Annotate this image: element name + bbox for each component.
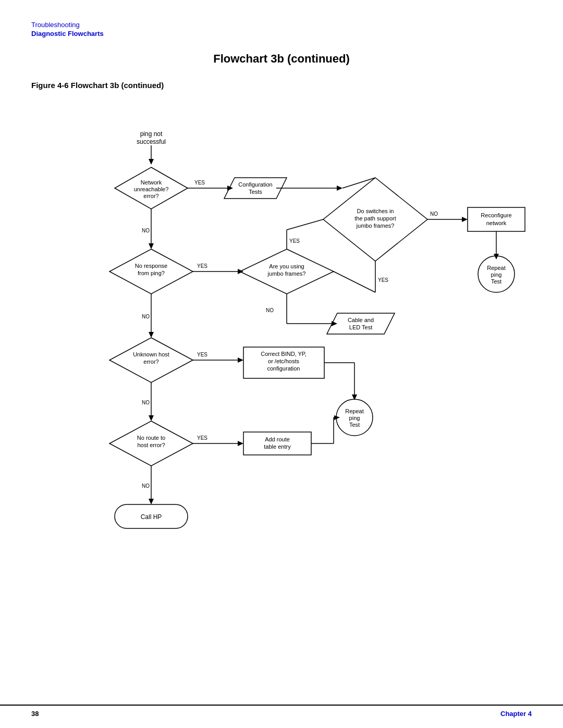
no-label-no-response: NO xyxy=(142,314,150,319)
page-title: Flowchart 3b (continued) xyxy=(213,52,350,66)
call-hp-label: Call HP xyxy=(141,513,162,521)
ping-not-successful-label: ping not xyxy=(140,130,163,138)
svg-marker-31 xyxy=(149,332,154,338)
yes-label-are-you: YES xyxy=(289,238,300,244)
network-unreachable-label: Network xyxy=(141,179,162,186)
svg-line-23 xyxy=(287,219,323,230)
footer-chapter: Chapter 4 xyxy=(500,710,532,718)
svg-marker-1 xyxy=(149,159,154,165)
no-response-label2: from ping? xyxy=(138,270,165,276)
svg-marker-41 xyxy=(149,415,154,421)
svg-marker-34 xyxy=(238,357,243,363)
cable-led-label2: LED Test xyxy=(349,324,372,330)
yes-label-no-route: YES xyxy=(197,435,207,441)
repeat-ping-2-label3: Test xyxy=(349,422,360,428)
are-you-using-label: Are you using xyxy=(269,263,304,269)
ping-not-successful-label2: successful xyxy=(137,138,166,145)
svg-marker-49 xyxy=(334,415,340,420)
cable-led-label: Cable and xyxy=(348,317,374,323)
reconfigure-label2: network xyxy=(486,220,507,226)
no-label-do-switches: NO xyxy=(430,211,438,217)
svg-marker-44 xyxy=(238,441,243,446)
no-label-network: NO xyxy=(142,228,150,233)
yes-label-1: YES xyxy=(194,180,205,186)
config-tests-label: Configuration xyxy=(238,181,272,188)
correct-bind-label: Correct BIND, YP, xyxy=(261,351,307,357)
yes-label-no-response: YES xyxy=(197,263,207,269)
config-tests-label2: Tests xyxy=(249,189,262,195)
no-route-label2: host error? xyxy=(137,442,165,448)
no-response-label: No response xyxy=(135,263,167,269)
svg-rect-12 xyxy=(468,207,525,231)
breadcrumb-sub-link[interactable]: Diagnostic Flowcharts xyxy=(31,30,104,38)
footer: 38 Chapter 4 xyxy=(0,705,563,718)
repeat-ping-1-label: Repeat xyxy=(487,265,505,271)
no-label-unknown: NO xyxy=(142,400,150,405)
svg-line-9 xyxy=(342,178,375,188)
do-switches-label3: jumbo frames? xyxy=(356,223,395,229)
svg-marker-17 xyxy=(149,243,154,249)
flowchart-area: ping not successful Network unreachable?… xyxy=(31,96,532,686)
no-label-are-you: NO xyxy=(266,307,274,313)
yes-label-unknown: YES xyxy=(197,352,207,357)
figure-label: Figure 4-6 Flowchart 3b (continued) xyxy=(31,81,164,90)
unknown-host-label: Unknown host xyxy=(133,351,169,357)
no-route-label: No route to xyxy=(137,435,165,441)
are-you-using-label2: jumbo frames? xyxy=(267,270,306,277)
add-route-label: Add route xyxy=(265,436,290,442)
repeat-ping-2-label: Repeat xyxy=(345,408,363,414)
no-label-no-route: NO xyxy=(142,483,150,489)
repeat-ping-1-label2: ping xyxy=(491,272,502,278)
svg-marker-14 xyxy=(494,254,499,260)
svg-marker-7 xyxy=(337,186,342,191)
breadcrumb-area: Troubleshooting Diagnostic Flowcharts xyxy=(31,21,104,38)
correct-bind-label2: or /etc/hosts xyxy=(268,358,299,364)
svg-line-25 xyxy=(334,272,375,292)
network-unreachable-label3: error? xyxy=(143,193,158,199)
breadcrumb-link[interactable]: Troubleshooting xyxy=(31,21,80,29)
svg-marker-51 xyxy=(149,499,154,504)
network-unreachable-label2: unreachable? xyxy=(134,186,169,192)
svg-marker-11 xyxy=(462,217,468,222)
footer-page-number: 38 xyxy=(31,710,39,718)
unknown-host-label2: error? xyxy=(143,359,158,365)
reconfigure-label: Reconfigure xyxy=(481,212,511,218)
repeat-ping-2-label2: ping xyxy=(349,415,360,421)
yes-label-do-switches-bottom: YES xyxy=(378,277,388,283)
do-switches-label: Do switches in xyxy=(357,208,394,214)
do-switches-label2: the path support xyxy=(354,215,396,221)
add-route-label2: table entry xyxy=(264,443,291,450)
repeat-ping-1-label3: Test xyxy=(491,278,501,285)
correct-bind-label3: configuration xyxy=(267,365,300,372)
